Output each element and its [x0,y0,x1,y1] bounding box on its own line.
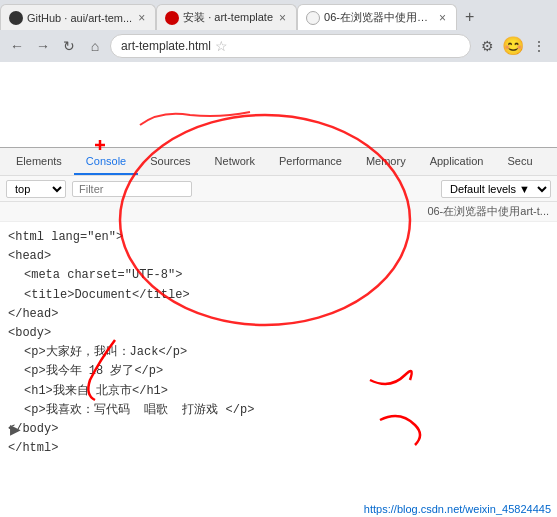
address-input[interactable]: art-template.html ☆ [110,34,471,58]
log-levels-selector[interactable]: Default levels ▼ [441,180,551,198]
devtools-breadcrumb: 06-在浏览器中使用art-t... [0,202,557,222]
filter-input[interactable] [72,181,192,197]
tab-performance[interactable]: Performance [267,148,354,175]
bookmark-icon[interactable]: ☆ [215,38,228,54]
code-line-3: <head> [8,247,549,266]
address-text: art-template.html [121,39,211,53]
source-code-view: <html lang="en"> <head> <meta charset="U… [0,222,557,464]
tab-console[interactable]: Console [74,148,138,175]
refresh-button[interactable]: ↻ [58,35,80,57]
tab-security[interactable]: Secu [495,148,544,175]
page-content [0,62,557,147]
tab-github-close[interactable]: × [136,11,147,25]
code-line-7: <body> [8,324,549,343]
devtools-panel: Elements Console Sources Network Perform… [0,147,557,517]
code-line-8: <p>大家好，我叫：Jack</p> [24,343,549,362]
tab-network[interactable]: Network [203,148,267,175]
devtools-tab-bar: Elements Console Sources Network Perform… [0,148,557,176]
extensions-button[interactable]: ⚙ [475,34,499,58]
tab-file-close[interactable]: × [437,11,448,25]
devtools-toolbar: top Default levels ▼ [0,176,557,202]
code-line-4: <meta charset="UTF-8"> [24,266,549,285]
code-line-12: </body> [8,420,549,439]
tab-npm-label: 安装 · art-template [183,10,273,25]
code-line-6: </head> [8,305,549,324]
code-line-13: </html> [8,439,549,458]
menu-button[interactable]: ⋮ [527,34,551,58]
home-button[interactable]: ⌂ [84,35,106,57]
tab-memory[interactable]: Memory [354,148,418,175]
browser-actions: ⚙ 😊 ⋮ [475,34,551,58]
address-bar-row: ← → ↻ ⌂ art-template.html ☆ ⚙ 😊 ⋮ [0,30,557,62]
tab-application[interactable]: Application [418,148,496,175]
npm-favicon [165,11,179,25]
browser-chrome: GitHub · aui/art-tem... × 安装 · art-templ… [0,0,557,62]
puzzle-icon: ⚙ [481,38,494,54]
new-tab-button[interactable]: + [457,4,482,30]
tab-github-label: GitHub · aui/art-tem... [27,12,132,24]
more-icon: ⋮ [532,38,546,54]
tab-sources[interactable]: Sources [138,148,202,175]
code-line-5: <title>Document</title> [24,286,549,305]
tab-npm[interactable]: 安装 · art-template × [156,4,297,30]
context-selector[interactable]: top [6,180,66,198]
status-bar-url: https://blog.csdn.net/weixin_45824445 [358,501,557,517]
code-line-10: <h1>我来自 北京市</h1> [24,382,549,401]
code-line-11: <p>我喜欢：写代码 唱歌 打游戏 </p> [24,401,549,420]
tab-bar: GitHub · aui/art-tem... × 安装 · art-templ… [0,0,557,30]
back-button[interactable]: ← [6,35,28,57]
forward-button[interactable]: → [32,35,54,57]
code-line-2: <html lang="en"> [8,228,549,247]
code-line-9: <p>我今年 18 岁了</p> [24,362,549,381]
profile-avatar[interactable]: 😊 [501,34,525,58]
tab-elements[interactable]: Elements [4,148,74,175]
tab-file-label: 06-在浏览器中使用art... [324,10,433,25]
tab-file[interactable]: 06-在浏览器中使用art... × [297,4,457,30]
tab-github[interactable]: GitHub · aui/art-tem... × [0,4,156,30]
file-favicon [306,11,320,25]
github-favicon [9,11,23,25]
devtools-collapse-button[interactable]: ▶ [10,421,21,437]
tab-npm-close[interactable]: × [277,11,288,25]
